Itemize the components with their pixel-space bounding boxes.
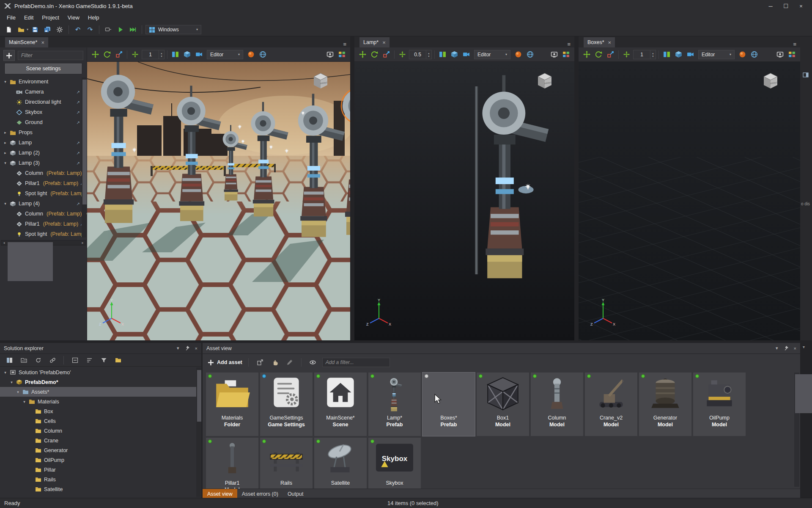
camera-view-button[interactable] (685, 50, 696, 59)
solution-tree-item-crane[interactable]: Crane (0, 436, 201, 445)
view-cube-button[interactable] (673, 50, 684, 59)
mainscene-viewport[interactable]: YZXFRONT (87, 62, 350, 340)
asset-tile-oilpump[interactable]: OilPumpModel (693, 373, 746, 436)
solution-vertical-scrollbar[interactable] (196, 367, 201, 497)
scene-tree-item-lamp-2[interactable]: ▸Lamp (2)↗ (0, 148, 87, 158)
scroll-right-icon[interactable]: ▸ (80, 241, 85, 245)
titlebar[interactable]: PrefabDemo.sln - Xenko GameStudio 1.9.1-… (0, 0, 812, 12)
tab-close-icon[interactable]: × (608, 39, 612, 46)
hierarchy-filter-input[interactable]: Filter (18, 51, 83, 60)
material-mode-button[interactable] (513, 50, 524, 59)
asset-tile-materials[interactable]: MaterialsFolder (206, 373, 258, 436)
expander-icon[interactable]: ▾ (3, 80, 8, 84)
open-dropdown-icon[interactable]: ▾ (27, 28, 28, 31)
scale-gizmo-button[interactable] (381, 50, 392, 59)
coordinate-space-button[interactable] (437, 50, 448, 59)
scale-gizmo-button[interactable] (605, 50, 616, 59)
asset-tile-column[interactable]: ColumnModel (531, 373, 583, 436)
undo-button[interactable]: ↶ (72, 25, 83, 35)
panel-menu-icon[interactable]: ▾ (177, 345, 179, 351)
panel-menu-icon[interactable]: ▾ (776, 345, 778, 351)
capture-thumbnail-button[interactable] (549, 50, 560, 59)
solution-tree-item-solution-prefabdemo[interactable]: ▾Solution 'PrefabDemo' (0, 367, 201, 377)
snap-spinner[interactable]: ▴▾ (426, 50, 431, 59)
asset-tile-gamesettings[interactable]: GameSettingsGame Settings (260, 373, 313, 436)
scene-tree-item-props[interactable]: ▸Props (0, 127, 87, 138)
menu-file[interactable]: File (3, 13, 20, 22)
edit-source-button[interactable] (284, 357, 295, 367)
pin-panel-icon[interactable] (184, 345, 190, 351)
translate-gizmo-button[interactable] (357, 50, 368, 59)
platform-dropdown[interactable]: Windows ▾ (145, 25, 201, 34)
asset-filter-input[interactable]: Add a filter... (322, 358, 390, 367)
open-reference-icon[interactable]: ↗ (77, 141, 80, 145)
expander-icon[interactable]: ▾ (3, 370, 8, 375)
snap-translate-button[interactable] (621, 50, 632, 59)
scene-tree-item-environment[interactable]: ▾Environment (0, 77, 87, 87)
scene-tree-item-spot-light[interactable]: Spot light(Prefab: Lamp)↗ (0, 188, 87, 199)
expander-icon[interactable]: ▾ (9, 380, 14, 384)
edit-asset-button[interactable] (269, 357, 280, 367)
display-options-button[interactable] (337, 50, 347, 59)
boxes-viewport[interactable]: YZXFRONT (579, 62, 800, 340)
menu-help[interactable]: Help (84, 13, 104, 22)
capture-thumbnail-button[interactable] (325, 50, 335, 59)
close-panel-icon[interactable]: × (195, 346, 198, 351)
solution-tree-item-assets[interactable]: ▾Assets* (0, 387, 201, 397)
capture-thumbnail-button[interactable] (775, 50, 785, 59)
asset-view-header[interactable]: Asset view ▾ × (203, 343, 800, 354)
copy-asset-url-button[interactable] (255, 357, 266, 367)
open-reference-icon[interactable]: ↗ (77, 110, 80, 115)
menu-project[interactable]: Project (38, 13, 63, 22)
coordinate-space-button[interactable] (661, 50, 672, 59)
scene-tree-item-ground[interactable]: Ground↗ (0, 117, 87, 127)
menu-view[interactable]: View (63, 13, 84, 22)
translate-gizmo-button[interactable] (582, 50, 592, 59)
coordinate-space-button[interactable] (170, 50, 181, 59)
display-options-button[interactable] (561, 50, 571, 59)
solution-tree-item-cells[interactable]: Cells (0, 416, 201, 426)
close-panel-icon[interactable]: × (794, 346, 796, 351)
scene-tree-item-directional-light[interactable]: Directional light↗ (0, 97, 87, 107)
new-document-button[interactable] (3, 25, 14, 35)
hierarchy-horizontal-scrollbar[interactable]: ◂ ▸ (1, 240, 86, 246)
expander-icon[interactable]: ▾ (3, 202, 8, 206)
link-assets-button[interactable] (47, 355, 58, 365)
editor-mode-dropdown[interactable]: Editor▾ (474, 50, 510, 59)
bottom-tab-asset-view[interactable]: Asset view (203, 489, 237, 499)
open-reference-icon[interactable]: ↗ (77, 90, 80, 94)
solution-explorer-header[interactable]: Solution explorer ▾ × (0, 343, 201, 354)
add-asset-button[interactable]: Add asset (208, 359, 242, 366)
material-mode-button[interactable] (737, 50, 748, 59)
asset-vertical-scrollbar[interactable] (794, 373, 799, 487)
save-button[interactable] (30, 25, 41, 35)
solution-tree-item-box[interactable]: Box (0, 406, 201, 416)
properties-view-button[interactable] (4, 355, 15, 365)
boxes-3d-scene[interactable] (579, 62, 800, 340)
tab-list-menu-icon[interactable]: ≡ (343, 41, 346, 47)
settings-button[interactable] (54, 25, 65, 35)
scene-tree-item-lamp[interactable]: ▸Lamp↗ (0, 138, 87, 148)
asset-tile-box1[interactable]: Box1Model (477, 373, 529, 436)
camera-view-button[interactable] (461, 50, 472, 59)
save-all-button[interactable] (42, 25, 53, 35)
editor-mode-dropdown[interactable]: Editor▾ (207, 50, 243, 59)
scene-tree-item-camera[interactable]: Camera↗ (0, 87, 87, 97)
solution-tree-item-generator[interactable]: Generator (0, 445, 201, 455)
view-cube-button[interactable] (449, 50, 460, 59)
filter-items-button[interactable] (98, 355, 109, 365)
scene-tree-item-column[interactable]: Column(Prefab: Lamp)↗ (0, 168, 87, 178)
display-options-button[interactable] (787, 50, 797, 59)
expander-icon[interactable]: ▸ (3, 141, 8, 145)
scroll-left-icon[interactable]: ◂ (1, 241, 7, 245)
snap-translate-button[interactable] (130, 50, 140, 59)
snap-spinner[interactable]: ▴▾ (159, 50, 164, 59)
tab-list-menu-icon[interactable]: ≡ (567, 41, 571, 47)
scene-tree-item-spot-light[interactable]: Spot light(Prefab: Lamp)↗ (0, 229, 87, 239)
collapsed-panel-icon[interactable] (803, 72, 809, 78)
wireframe-mode-button[interactable] (258, 50, 268, 59)
tab-list-menu-icon[interactable]: ≡ (793, 41, 796, 47)
wireframe-mode-button[interactable] (749, 50, 760, 59)
wireframe-mode-button[interactable] (525, 50, 535, 59)
menu-edit[interactable]: Edit (20, 13, 38, 22)
